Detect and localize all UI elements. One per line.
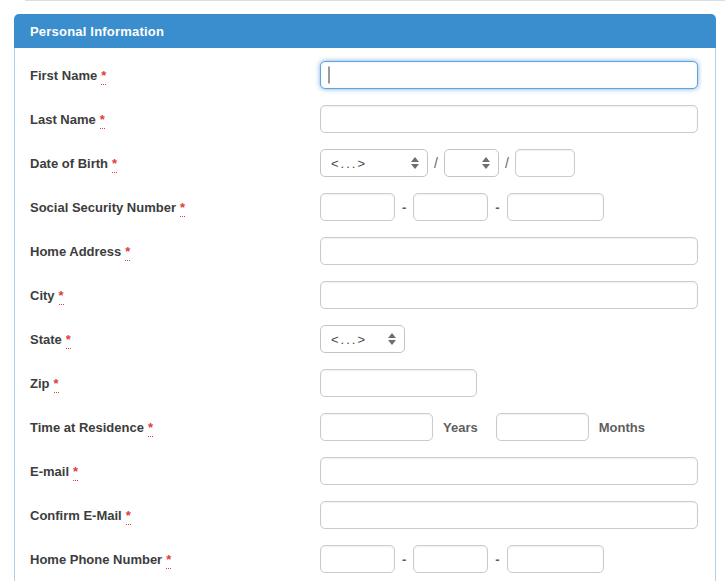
form-row-last-name: Last Name* (15, 97, 715, 141)
ssn-part2-input[interactable] (413, 193, 488, 221)
ssn-label: Social Security Number* (15, 200, 320, 215)
required-asterisk: * (54, 376, 59, 393)
date-separator: / (505, 155, 509, 171)
form-row-home-phone: Home Phone Number* - - (15, 537, 715, 581)
dob-label: Date of Birth* (15, 156, 320, 171)
form-row-time-at-residence: Time at Residence* Years Months (15, 405, 715, 449)
required-asterisk: * (180, 200, 185, 217)
dob-year-input[interactable] (515, 149, 575, 177)
form-row-date-of-birth: Date of Birth* <...> / / (15, 141, 715, 185)
home-phone-label-text: Home Phone Number (30, 552, 162, 567)
required-asterisk: * (125, 244, 130, 261)
ssn-part1-input[interactable] (320, 193, 395, 221)
home-address-label: Home Address* (15, 244, 320, 259)
form-row-zip: Zip* (15, 361, 715, 405)
state-select-value: <...> (331, 332, 367, 347)
zip-label: Zip* (15, 376, 320, 391)
personal-information-panel: Personal Information First Name* Last Na… (14, 14, 716, 581)
city-label: City* (15, 288, 320, 303)
ssn-label-text: Social Security Number (30, 200, 176, 215)
date-separator: / (434, 155, 438, 171)
dob-label-text: Date of Birth (30, 156, 108, 171)
form-row-state: State* <...> (15, 317, 715, 361)
panel-header: Personal Information (14, 14, 716, 48)
months-label: Months (599, 420, 645, 435)
form-row-first-name: First Name* (15, 53, 715, 97)
confirm-email-label-text: Confirm E-Mail (30, 508, 122, 523)
dob-month-select[interactable]: <...> (320, 149, 428, 177)
time-at-residence-label-text: Time at Residence (30, 420, 144, 435)
state-select[interactable]: <...> (320, 325, 405, 353)
home-phone-part1-input[interactable] (320, 545, 395, 573)
email-label-text: E-mail (30, 464, 69, 479)
city-input[interactable] (320, 281, 698, 309)
last-name-input[interactable] (320, 105, 698, 133)
email-label: E-mail* (15, 464, 320, 479)
home-phone-part2-input[interactable] (413, 545, 488, 573)
form-row-ssn: Social Security Number* - - (15, 185, 715, 229)
home-phone-label: Home Phone Number* (15, 552, 320, 567)
years-label: Years (443, 420, 478, 435)
required-asterisk: * (100, 112, 105, 129)
dob-day-select[interactable] (444, 149, 499, 177)
confirm-email-input[interactable] (320, 501, 698, 529)
form-row-home-address: Home Address* (15, 229, 715, 273)
required-asterisk: * (166, 552, 171, 569)
last-name-label: Last Name* (15, 112, 320, 127)
required-asterisk: * (112, 156, 117, 173)
select-arrows-icon (388, 333, 396, 345)
text-caret (328, 67, 330, 84)
residence-years-input[interactable] (320, 413, 433, 441)
dash-separator: - (402, 200, 406, 215)
dash-separator: - (495, 200, 499, 215)
last-name-label-text: Last Name (30, 112, 96, 127)
confirm-email-label: Confirm E-Mail* (15, 508, 320, 523)
home-address-label-text: Home Address (30, 244, 121, 259)
residence-months-input[interactable] (496, 413, 589, 441)
first-name-label: First Name* (15, 68, 320, 83)
dob-month-select-value: <...> (331, 156, 367, 171)
form-row-email: E-mail* (15, 449, 715, 493)
time-at-residence-label: Time at Residence* (15, 420, 320, 435)
required-asterisk: * (126, 508, 131, 525)
first-name-input[interactable] (320, 61, 698, 89)
dash-separator: - (402, 552, 406, 567)
form-row-city: City* (15, 273, 715, 317)
panel-body: First Name* Last Name* Date of Birth* (14, 48, 716, 581)
city-label-text: City (30, 288, 55, 303)
state-label-text: State (30, 332, 62, 347)
home-phone-part3-input[interactable] (507, 545, 604, 573)
home-address-input[interactable] (320, 237, 698, 265)
dash-separator: - (495, 552, 499, 567)
select-arrows-icon (482, 157, 490, 169)
panel-title: Personal Information (30, 24, 164, 39)
first-name-label-text: First Name (30, 68, 97, 83)
required-asterisk: * (73, 464, 78, 481)
zip-label-text: Zip (30, 376, 50, 391)
page-top-divider (25, 0, 725, 1)
required-asterisk: * (101, 68, 106, 85)
email-input[interactable] (320, 457, 698, 485)
required-asterisk: * (59, 288, 64, 305)
required-asterisk: * (66, 332, 71, 349)
required-asterisk: * (148, 420, 153, 437)
select-arrows-icon (411, 157, 419, 169)
zip-input[interactable] (320, 369, 477, 397)
form-row-confirm-email: Confirm E-Mail* (15, 493, 715, 537)
state-label: State* (15, 332, 320, 347)
ssn-part3-input[interactable] (507, 193, 604, 221)
